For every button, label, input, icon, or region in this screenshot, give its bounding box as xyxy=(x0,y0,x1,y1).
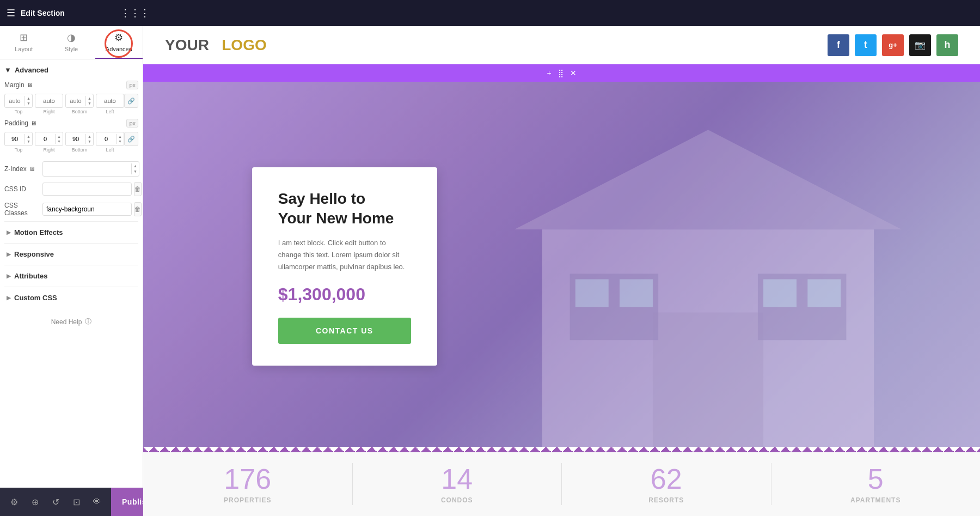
layers-bottom-icon[interactable]: ⊕ xyxy=(25,492,45,512)
zindex-label: Z-Index 🖥 xyxy=(4,165,42,173)
padding-top-wrapper: ▲ ▼ Top xyxy=(4,132,33,153)
template-bottom-icon[interactable]: ⊡ xyxy=(66,492,86,512)
padding-bottom-spinners[interactable]: ▲ ▼ xyxy=(85,134,93,144)
main-layout: ⊞ Layout ◑ Style ⚙ Advanced ▼ Advanced xyxy=(0,26,980,516)
zindex-spinners[interactable]: ▲ ▼ xyxy=(131,163,139,175)
padding-link-btn[interactable]: 🔗 xyxy=(124,132,138,146)
stat-resorts-label: RESORTS xyxy=(648,496,684,504)
margin-bottom-input[interactable]: ▲ ▼ xyxy=(65,94,94,108)
padding-top-field[interactable] xyxy=(5,136,24,142)
zindex-input[interactable]: ▲ ▼ xyxy=(42,161,139,177)
margin-bottom-field[interactable] xyxy=(66,98,85,104)
padding-bottom-down[interactable]: ▼ xyxy=(86,139,93,144)
margin-link-btn[interactable]: 🔗 xyxy=(124,94,138,108)
padding-left-field[interactable] xyxy=(96,136,116,142)
need-help-row[interactable]: Need Help ⓘ xyxy=(4,308,138,335)
padding-right-spinners[interactable]: ▲ ▼ xyxy=(55,134,63,144)
layout-icon: ⊞ xyxy=(20,32,28,44)
margin-top-up[interactable]: ▲ xyxy=(25,96,32,101)
margin-bottom-spinners[interactable]: ▲ ▼ xyxy=(85,96,93,106)
publish-button[interactable]: Publish xyxy=(111,488,143,516)
padding-top-spinners[interactable]: ▲ ▼ xyxy=(24,134,32,144)
css-classes-input[interactable] xyxy=(42,203,132,216)
margin-left-wrapper: auto Left xyxy=(96,94,124,114)
stat-condos-number: 14 xyxy=(441,465,473,493)
zindex-field-row: Z-Index 🖥 ▲ ▼ xyxy=(4,161,138,177)
stat-condos-label: CONDOS xyxy=(441,496,473,504)
css-id-label: CSS ID xyxy=(4,185,42,193)
need-help-label: Need Help xyxy=(51,318,82,326)
margin-left-input[interactable]: auto xyxy=(96,94,124,108)
padding-left-up[interactable]: ▲ xyxy=(117,134,124,139)
responsive-header[interactable]: ▶ Responsive xyxy=(4,250,138,258)
padding-bottom-input[interactable]: ▲ ▼ xyxy=(65,132,94,146)
margin-right-input[interactable]: auto xyxy=(35,94,63,108)
padding-left-down[interactable]: ▼ xyxy=(117,139,124,144)
css-classes-label: CSS Classes xyxy=(4,202,42,217)
margin-top-input[interactable]: auto ▲ ▼ xyxy=(4,94,33,108)
padding-left-label: Left xyxy=(106,147,114,153)
margin-top-field[interactable]: auto xyxy=(5,98,24,104)
instagram-button[interactable]: 📷 xyxy=(909,34,931,56)
css-id-input[interactable] xyxy=(42,183,132,196)
padding-bottom-up[interactable]: ▲ xyxy=(86,134,93,139)
close-section-btn[interactable]: ✕ xyxy=(570,69,577,77)
tab-layout[interactable]: ⊞ Layout xyxy=(0,26,47,59)
move-section-btn[interactable]: ⣿ xyxy=(558,69,564,77)
margin-right-label: Right xyxy=(43,109,54,114)
css-id-delete-btn[interactable]: 🗑 xyxy=(134,182,142,196)
zindex-up[interactable]: ▲ xyxy=(132,163,139,169)
houzz-button[interactable]: h xyxy=(936,34,958,56)
custom-css-header[interactable]: ▶ Custom CSS xyxy=(4,294,138,302)
svg-rect-8 xyxy=(807,279,841,307)
padding-left-wrapper: ▲ ▼ Left xyxy=(96,132,124,153)
padding-right-input[interactable]: ▲ ▼ xyxy=(35,132,63,146)
advanced-section-header[interactable]: ▼ Advanced xyxy=(4,66,138,74)
tab-style[interactable]: ◑ Style xyxy=(47,26,95,59)
gplus-button[interactable]: g+ xyxy=(882,34,904,56)
history-bottom-icon[interactable]: ↺ xyxy=(46,492,65,512)
motion-effects-section: ▶ Motion Effects xyxy=(4,221,138,243)
padding-top-up[interactable]: ▲ xyxy=(25,134,32,139)
facebook-button[interactable]: f xyxy=(828,34,849,56)
grid-icon[interactable]: ⋮⋮⋮ xyxy=(120,7,150,19)
margin-bottom-up[interactable]: ▲ xyxy=(86,96,93,101)
motion-effects-header[interactable]: ▶ Motion Effects xyxy=(4,228,138,236)
zindex-desktop-icon: 🖥 xyxy=(29,166,35,172)
twitter-button[interactable]: t xyxy=(855,34,877,56)
style-icon: ◑ xyxy=(67,32,76,44)
margin-bottom-down[interactable]: ▼ xyxy=(86,101,93,106)
padding-bottom-field[interactable] xyxy=(66,136,85,142)
padding-right-field[interactable] xyxy=(35,136,55,142)
stat-apartments-label: APARTMENTS xyxy=(850,496,901,504)
sidebar-content: ▼ Advanced Margin 🖥 px auto ▲ xyxy=(0,59,143,516)
css-classes-delete-btn[interactable]: 🗑 xyxy=(134,202,142,216)
margin-top-down[interactable]: ▼ xyxy=(25,101,32,106)
contact-us-button[interactable]: CONTACT US xyxy=(278,318,411,344)
zindex-field[interactable] xyxy=(43,165,131,173)
top-bar: ☰ Edit Section ⋮⋮⋮ xyxy=(0,0,980,26)
tab-advanced-wrapper: ⚙ Advanced xyxy=(95,26,143,59)
advanced-section-title: Advanced xyxy=(15,66,48,74)
custom-css-arrow: ▶ xyxy=(7,295,11,301)
padding-left-spinners[interactable]: ▲ ▼ xyxy=(116,134,124,144)
margin-top-spinners[interactable]: ▲ ▼ xyxy=(24,96,32,106)
margin-desktop-icon: 🖥 xyxy=(27,82,33,88)
padding-top-down[interactable]: ▼ xyxy=(25,139,32,144)
padding-right-up[interactable]: ▲ xyxy=(56,134,63,139)
padding-unit[interactable]: px xyxy=(126,119,138,128)
zindex-down[interactable]: ▼ xyxy=(132,169,139,174)
padding-top-input[interactable]: ▲ ▼ xyxy=(4,132,33,146)
padding-right-down[interactable]: ▼ xyxy=(56,139,63,144)
css-id-field-row: CSS ID 🗑 xyxy=(4,182,138,196)
hamburger-icon[interactable]: ☰ xyxy=(7,7,15,19)
padding-left-input[interactable]: ▲ ▼ xyxy=(96,132,124,146)
preview-bottom-icon[interactable]: 👁 xyxy=(87,492,107,512)
padding-bottom-wrapper: ▲ ▼ Bottom xyxy=(65,132,94,153)
attributes-header[interactable]: ▶ Attributes xyxy=(4,272,138,280)
hero-card: Say Hello to Your New Home I am text blo… xyxy=(252,167,437,365)
add-section-btn[interactable]: + xyxy=(547,69,551,77)
settings-bottom-icon[interactable]: ⚙ xyxy=(4,492,24,512)
margin-unit[interactable]: px xyxy=(126,81,138,89)
tab-advanced[interactable]: ⚙ Advanced xyxy=(95,26,143,59)
